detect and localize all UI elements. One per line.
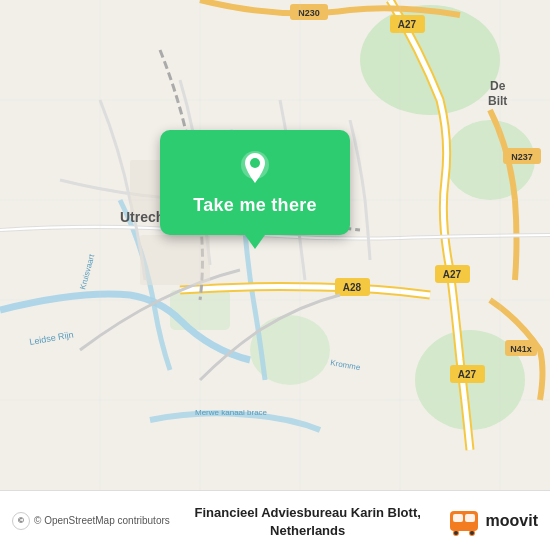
svg-text:De: De (490, 79, 506, 93)
svg-text:N41x: N41x (510, 344, 532, 354)
svg-text:A27: A27 (443, 269, 462, 280)
location-name: Financieel Adviesbureau Karin Blott, Net… (194, 505, 420, 538)
bottom-bar: © © OpenStreetMap contributors Financiee… (0, 490, 550, 550)
svg-point-41 (250, 158, 260, 168)
svg-rect-44 (465, 514, 475, 522)
moovit-icon (446, 503, 482, 539)
svg-text:A27: A27 (458, 369, 477, 380)
svg-text:N230: N230 (298, 8, 320, 18)
take-me-there-button[interactable]: Take me there (160, 130, 350, 235)
moovit-logo[interactable]: moovit (446, 503, 538, 539)
map-container[interactable]: A27 A27 A27 A28 N230 N237 N41x (0, 0, 550, 490)
moovit-text: moovit (486, 512, 538, 530)
svg-rect-22 (140, 235, 210, 285)
map-background: A27 A27 A27 A28 N230 N237 N41x (0, 0, 550, 490)
svg-rect-43 (453, 514, 463, 522)
location-pin-icon (236, 149, 274, 187)
svg-text:A28: A28 (343, 282, 362, 293)
callout-label: Take me there (193, 195, 317, 216)
attribution-text: © OpenStreetMap contributors (34, 515, 170, 526)
osm-attribution: © © OpenStreetMap contributors (12, 512, 170, 530)
location-info: Financieel Adviesbureau Karin Blott, Net… (170, 503, 446, 539)
osm-logo: © (12, 512, 30, 530)
svg-text:Bilt: Bilt (488, 94, 507, 108)
svg-text:A27: A27 (398, 19, 417, 30)
svg-point-47 (454, 531, 458, 535)
svg-text:Merwe kanaal brace: Merwe kanaal brace (195, 408, 268, 417)
svg-point-48 (470, 531, 474, 535)
svg-text:N237: N237 (511, 152, 533, 162)
svg-point-1 (360, 5, 500, 115)
